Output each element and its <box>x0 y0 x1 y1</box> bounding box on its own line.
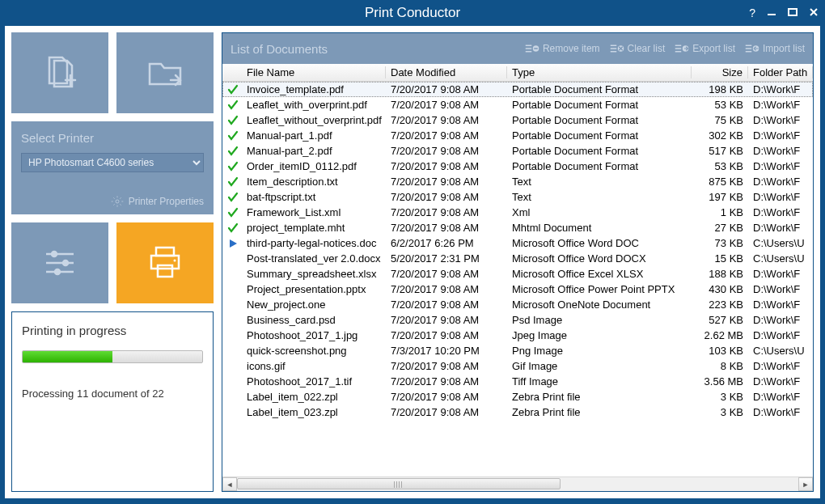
row-file-name: Label_item_023.zpl <box>242 406 386 418</box>
row-status <box>222 130 242 142</box>
maximize-button[interactable] <box>788 6 798 19</box>
row-date: 7/3/2017 10:20 PM <box>386 345 507 357</box>
table-row[interactable]: Order_itemID_0112.pdf7/20/2017 9:08 AMPo… <box>222 159 813 174</box>
row-type: Psd Image <box>507 314 692 326</box>
col-type[interactable]: Type <box>507 66 692 78</box>
row-file-name: Label_item_022.zpl <box>242 391 386 403</box>
gear-icon <box>111 195 124 208</box>
table-row[interactable]: icons.gif7/20/2017 9:08 AMGif Image8 KBD… <box>222 358 813 374</box>
checkmark-icon <box>227 100 239 111</box>
col-file-name[interactable]: File Name <box>242 66 386 78</box>
row-date: 7/20/2017 9:08 AM <box>386 222 507 234</box>
table-row[interactable]: Manual-part_2.pdf7/20/2017 9:08 AMPortab… <box>222 143 813 159</box>
printer-properties-button[interactable]: Printer Properties <box>21 195 204 208</box>
svg-rect-11 <box>156 248 174 256</box>
svg-point-8 <box>63 260 68 265</box>
import-icon <box>745 43 759 54</box>
svg-rect-27 <box>746 45 752 47</box>
row-size: 8 KB <box>692 360 748 372</box>
table-row[interactable]: New_project.one7/20/2017 9:08 AMMicrosof… <box>222 297 813 312</box>
row-size: 875 KB <box>692 176 748 188</box>
progress-title: Printing in progress <box>22 324 203 337</box>
svg-rect-1 <box>789 9 797 15</box>
help-button[interactable]: ? <box>749 6 755 19</box>
row-folder: C:\Users\U <box>748 237 813 249</box>
row-size: 73 KB <box>692 237 748 249</box>
row-file-name: Post-translated_ver 2.0.docx <box>242 252 386 265</box>
remove-item-button[interactable]: Remove item <box>525 43 600 54</box>
row-status <box>222 146 242 157</box>
table-row[interactable]: third-party-legal-notices.doc6/2/2017 6:… <box>222 235 813 251</box>
svg-rect-28 <box>746 48 752 49</box>
table-row[interactable]: Invoice_template.pdf7/20/2017 9:08 AMPor… <box>222 82 813 97</box>
horizontal-scrollbar[interactable]: ◄ ► <box>222 476 813 491</box>
clear-list-button[interactable]: Clear list <box>610 43 666 54</box>
scroll-left-button[interactable]: ◄ <box>222 477 237 491</box>
row-date: 7/20/2017 9:08 AM <box>386 375 507 388</box>
checkmark-icon <box>227 161 239 172</box>
row-type: Portable Document Format <box>507 129 692 142</box>
scroll-right-button[interactable]: ► <box>798 477 813 491</box>
table-row[interactable]: Label_item_022.zpl7/20/2017 9:08 AMZebra… <box>222 389 813 404</box>
row-folder: D:\Work\F <box>748 114 813 126</box>
row-type: Zebra Print file <box>507 406 692 418</box>
col-folder-path[interactable]: Folder Path <box>748 66 813 78</box>
row-file-name: Manual-part_1.pdf <box>242 129 386 142</box>
col-date-modified[interactable]: Date Modified <box>386 66 507 78</box>
row-type: Portable Document Format <box>507 114 692 126</box>
printer-select[interactable]: HP Photosmart C4600 series <box>21 153 204 172</box>
export-icon <box>675 43 689 54</box>
add-folder-button[interactable] <box>116 32 214 113</box>
scroll-thumb[interactable] <box>237 478 561 489</box>
export-list-button[interactable]: Export list <box>675 43 735 54</box>
row-folder: D:\Work\F <box>748 314 813 326</box>
table-row[interactable]: project_template.mht7/20/2017 9:08 AMMht… <box>222 220 813 235</box>
table-row[interactable]: Post-translated_ver 2.0.docx5/20/2017 2:… <box>222 251 813 266</box>
table-row[interactable]: quick-screenshot.png7/3/2017 10:20 PMPng… <box>222 343 813 358</box>
list-header: List of Documents Remove item Clear list… <box>222 33 813 64</box>
table-row[interactable]: Framework_List.xml7/20/2017 9:08 AMXml1 … <box>222 205 813 220</box>
table-row[interactable]: Leaflet_with_overprint.pdf7/20/2017 9:08… <box>222 97 813 112</box>
row-file-name: Leaflet_without_overprint.pdf <box>242 114 386 126</box>
svg-rect-24 <box>675 48 682 49</box>
printer-panel: Select Printer HP Photosmart C4600 serie… <box>11 121 214 214</box>
print-button[interactable] <box>116 222 214 303</box>
row-size: 27 KB <box>692 222 748 234</box>
table-row[interactable]: Project_presentation.pptx7/20/2017 9:08 … <box>222 282 813 297</box>
table-row[interactable]: Photoshoot_2017_1.jpg7/20/2017 9:08 AMJp… <box>222 328 813 343</box>
row-type: Gif Image <box>507 360 692 372</box>
row-type: Portable Document Format <box>507 83 692 95</box>
table-row[interactable]: Business_card.psd7/20/2017 9:08 AMPsd Im… <box>222 312 813 328</box>
table-row[interactable]: bat-ftpscript.txt7/20/2017 9:08 AMText19… <box>222 189 813 205</box>
row-folder: D:\Work\F <box>748 360 813 372</box>
row-status <box>222 207 242 218</box>
table-row[interactable]: Leaflet_without_overprint.pdf7/20/2017 9… <box>222 112 813 128</box>
row-file-name: Invoice_template.pdf <box>242 83 386 95</box>
row-size: 198 KB <box>692 83 748 95</box>
folder-icon <box>143 51 187 95</box>
close-button[interactable] <box>809 6 819 19</box>
table-row[interactable]: Item_description.txt7/20/2017 9:08 AMTex… <box>222 174 813 189</box>
row-file-name: Summary_spreadsheet.xlsx <box>242 268 386 280</box>
table-row[interactable]: Label_item_023.zpl7/20/2017 9:08 AMZebra… <box>222 404 813 420</box>
import-list-button[interactable]: Import list <box>745 43 805 54</box>
minimize-button[interactable] <box>767 6 776 19</box>
row-file-name: New_project.one <box>242 299 386 311</box>
row-size: 53 KB <box>692 160 748 172</box>
settings-button[interactable] <box>11 222 108 303</box>
add-files-button[interactable] <box>11 32 108 113</box>
checkmark-icon <box>227 146 239 157</box>
row-date: 7/20/2017 9:08 AM <box>386 299 507 311</box>
row-size: 188 KB <box>692 268 748 280</box>
table-row[interactable]: Photoshoot_2017_1.tif7/20/2017 9:08 AMTi… <box>222 374 813 389</box>
svg-rect-29 <box>746 51 752 53</box>
window-title: Print Conductor <box>365 5 460 21</box>
row-file-name: icons.gif <box>242 360 386 372</box>
row-folder: D:\Work\F <box>748 145 813 157</box>
row-size: 103 KB <box>692 345 748 357</box>
col-size[interactable]: Size <box>692 66 748 78</box>
row-date: 7/20/2017 9:08 AM <box>386 114 507 126</box>
titlebar[interactable]: Print Conductor ? <box>0 0 825 26</box>
table-row[interactable]: Manual-part_1.pdf7/20/2017 9:08 AMPortab… <box>222 128 813 143</box>
table-row[interactable]: Summary_spreadsheet.xlsx7/20/2017 9:08 A… <box>222 266 813 282</box>
